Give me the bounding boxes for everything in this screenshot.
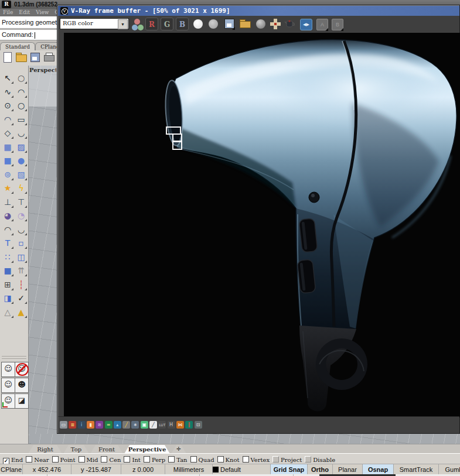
view-tool-view-half-icon[interactable]: ◪ <box>15 393 29 409</box>
pixel-probe-icon[interactable]: ⊡ <box>195 421 202 429</box>
viewport-bottom-strip[interactable] <box>29 434 460 444</box>
compare-a-button[interactable]: A <box>316 19 328 30</box>
osnap-project-checkbox[interactable] <box>272 456 279 463</box>
tool-extrude-icon[interactable]: ⇈ <box>15 264 28 277</box>
display-correction-icon[interactable]: ▭ <box>60 421 67 429</box>
osnap-near[interactable]: Near <box>26 455 49 464</box>
tool-polygon-icon[interactable]: ◇ <box>1 126 14 139</box>
compare-b-button[interactable]: B <box>332 19 343 30</box>
viewport-tab-perspective[interactable]: Perspective <box>124 445 170 454</box>
osnap-quad-checkbox[interactable] <box>190 456 197 463</box>
viewport-tab-right[interactable]: Right <box>28 445 62 454</box>
command-input[interactable]: Command: <box>0 29 58 40</box>
osnap-knot-checkbox[interactable] <box>217 456 224 463</box>
open-image-button[interactable] <box>240 19 251 28</box>
osnap-vertex[interactable]: Vertex <box>243 455 270 464</box>
osnap-int[interactable]: Int <box>124 455 140 464</box>
channels-icon[interactable]: ≣ <box>69 421 76 429</box>
settings-gear-icon[interactable]: ∗ <box>131 421 139 429</box>
vray-frame-buffer-window[interactable]: V V-Ray frame buffer - [50% of 3021 x 16… <box>57 5 460 434</box>
menu-item-file[interactable]: File <box>3 9 13 15</box>
tool-solid-box-icon[interactable]: ■ <box>1 264 14 277</box>
osnap-vertex-checkbox[interactable] <box>243 456 249 463</box>
toggle-planar[interactable]: Planar <box>333 464 363 475</box>
info-icon[interactable]: i <box>78 421 86 429</box>
osnap-perp[interactable]: Perp <box>144 455 165 464</box>
toggle-ortho[interactable]: Ortho <box>308 464 333 475</box>
osnap-disable[interactable]: Disable <box>305 455 335 464</box>
osnap-project[interactable]: Project <box>272 455 302 464</box>
green-channel-button[interactable]: G <box>161 18 173 30</box>
viewport-tab-top[interactable]: Top <box>63 445 89 454</box>
tool-fillet-curve-icon[interactable]: ◠ <box>1 223 14 236</box>
white-point-button[interactable] <box>193 19 203 29</box>
tool-box-icon[interactable]: ■ <box>1 154 14 167</box>
osnap-int-checkbox[interactable] <box>124 456 130 463</box>
toggle-osnap[interactable]: Osnap <box>363 464 394 475</box>
background-image-icon[interactable]: ▣ <box>141 421 148 429</box>
osnap-perp-checkbox[interactable] <box>144 456 150 463</box>
tool-cone-icon[interactable]: △ <box>1 306 14 319</box>
track-mouse-button[interactable] <box>270 19 281 29</box>
view-tool-view-axis-icon[interactable]: ☺ <box>1 393 15 409</box>
osnap-mid[interactable]: Mid <box>79 455 98 464</box>
toolbar-tab-standard[interactable]: Standard <box>0 42 35 50</box>
color-wheel-icon[interactable] <box>132 19 144 30</box>
red-channel-button[interactable]: R <box>145 18 158 30</box>
histogram-h-icon[interactable]: H <box>168 421 175 429</box>
osnap-knot[interactable]: Knot <box>217 455 240 464</box>
tool-ellipse-icon[interactable]: ○ <box>15 99 28 112</box>
white-balance-icon[interactable]: ≋ <box>96 421 103 429</box>
view-tool-view-capture-dark-icon[interactable]: ☻ <box>15 378 29 393</box>
add-viewport-tab-button[interactable]: ✛ <box>171 445 186 454</box>
save-image-button[interactable] <box>224 19 234 29</box>
view-tool-shaded-view-icon[interactable]: ☺ <box>1 362 15 377</box>
open-file-button[interactable] <box>15 52 27 63</box>
blue-channel-button[interactable]: B <box>176 18 189 30</box>
tool-blend-arc-icon[interactable]: ◡ <box>15 223 28 236</box>
render-last-teapot-icon[interactable] <box>284 19 296 29</box>
sphere-preview-icon[interactable] <box>256 19 265 29</box>
tool-array-linear-icon[interactable]: ┆ <box>15 278 28 291</box>
osnap-near-checkbox[interactable] <box>26 456 32 463</box>
osnap-disable-checkbox[interactable] <box>305 456 311 463</box>
tool-trim-icon[interactable]: ◨ <box>1 292 14 304</box>
tool-split-icon[interactable]: ⊤ <box>15 196 28 208</box>
tool-arc-icon[interactable]: ◠ <box>1 113 14 126</box>
tool-sphere-icon[interactable]: ● <box>15 154 28 167</box>
tool-fillet-corner-icon[interactable]: ϟ <box>15 182 28 194</box>
tool-move-control-point-icon[interactable]: ▫ <box>15 237 28 249</box>
tool-array-grid-icon[interactable]: ⊞ <box>1 278 14 291</box>
osnap-end[interactable]: ✓End <box>3 455 23 464</box>
tool-surface-points-icon[interactable]: ▦ <box>1 141 14 153</box>
rgb-bars-icon[interactable]: ‖ <box>185 421 193 429</box>
tool-boolean-union-icon[interactable]: ◕ <box>1 209 14 222</box>
tool-surface-group-icon[interactable]: ▧ <box>15 168 28 181</box>
compare-horizontal-button[interactable]: ◀▶ <box>300 19 312 30</box>
tool-ungroup-icon[interactable]: ◫ <box>15 251 28 263</box>
vfb-titlebar[interactable]: V V-Ray frame buffer - [50% of 3021 x 16… <box>58 6 459 16</box>
view-tool-view-capture-icon[interactable]: ☺ <box>1 378 15 393</box>
icc-icon[interactable]: ⋈ <box>176 421 184 429</box>
perspective-viewport[interactable] <box>29 66 57 444</box>
new-file-button[interactable] <box>1 52 13 63</box>
osnap-mid-checkbox[interactable] <box>79 456 85 463</box>
hsl-icon[interactable]: ≡ <box>105 421 113 429</box>
status-default[interactable]: Default <box>213 464 271 475</box>
tool-polyline-icon[interactable]: ∿ <box>1 85 14 98</box>
gray-point-button[interactable] <box>209 19 218 29</box>
menu-item-edit[interactable]: Edit <box>19 9 30 15</box>
tool-interp-curve-icon[interactable]: ◠ <box>15 85 28 98</box>
tool-point-icon[interactable]: ○ <box>15 71 28 84</box>
curve-adjust-icon[interactable]: ╱ <box>122 421 130 429</box>
tool-pyramid-icon[interactable]: ▲ <box>15 306 28 319</box>
osnap-point-checkbox[interactable] <box>52 456 59 463</box>
viewport-title[interactable]: Perspective <box>29 67 56 74</box>
toggle-grid-snap[interactable]: Grid Snap <box>271 464 308 475</box>
toggle-smarttrack[interactable]: SmartTrack <box>394 464 439 475</box>
tool-explode-icon[interactable]: ★ <box>1 182 14 194</box>
tool-circle-icon[interactable]: ⊙ <box>1 99 14 112</box>
tool-text-object-icon[interactable]: T <box>1 237 14 249</box>
tool-select-icon[interactable]: ↖ <box>1 71 14 84</box>
osnap-cen-checkbox[interactable] <box>101 456 107 463</box>
